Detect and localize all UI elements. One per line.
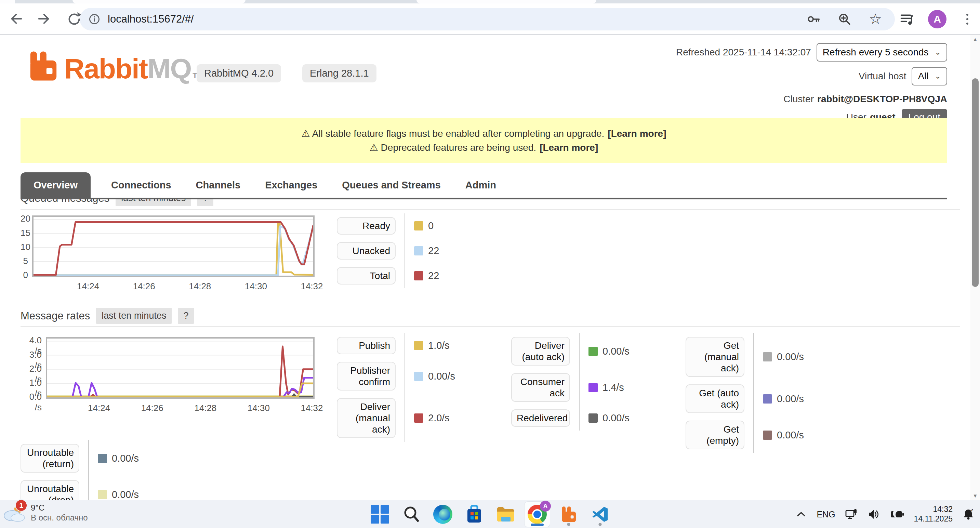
- series-toggle-unroutable-drop[interactable]: Unroutable (drop): [21, 480, 80, 500]
- tray-chevron-up-icon[interactable]: [795, 510, 807, 519]
- browser-tab-edge: [0, 0, 15, 3]
- x-axis-tick-label: 14:30: [238, 403, 279, 413]
- unroutable-return-value: 0.00/s: [112, 453, 139, 464]
- legend-divider: [404, 213, 405, 239]
- consumer-ack-swatch: [589, 383, 598, 392]
- chrome-browser-button[interactable]: A: [525, 502, 550, 527]
- store-icon: [465, 505, 484, 523]
- svg-text:z: z: [971, 508, 973, 512]
- weather-description: В осн. облачно: [31, 513, 88, 523]
- keyboard-language[interactable]: ENG: [816, 509, 835, 520]
- vscode-icon: [591, 506, 609, 523]
- legend-divider: [753, 417, 754, 453]
- url-text[interactable]: localhost:15672/#/: [108, 13, 806, 25]
- vscode-button[interactable]: [587, 502, 613, 527]
- legend-row: Ready 0: [337, 213, 439, 239]
- browser-menu-kebab-icon[interactable]: [959, 11, 975, 27]
- divider: [21, 209, 960, 210]
- browser-profile-avatar[interactable]: A: [928, 10, 947, 29]
- series-toggle-unroutable-return[interactable]: Unroutable (return): [21, 444, 80, 472]
- x-axis-tick-label: 14:26: [123, 281, 164, 292]
- series-toggle-publisher-confirm[interactable]: Publisher confirm: [337, 362, 396, 391]
- start-button[interactable]: [367, 502, 393, 527]
- series-toggle-publish[interactable]: Publish: [337, 337, 396, 354]
- series-toggle-get-auto-ack[interactable]: Get (auto ack): [686, 384, 745, 413]
- time-range-badge[interactable]: last ten minutes: [96, 308, 172, 324]
- edge-browser-button[interactable]: [430, 502, 455, 527]
- scrollbar-down-arrow[interactable]: ▼: [970, 493, 980, 499]
- get-auto-ack-value: 0.00/s: [777, 393, 804, 404]
- series-toggle-get-empty[interactable]: Get (empty): [686, 421, 745, 449]
- network-icon[interactable]: [845, 508, 858, 520]
- windows-logo-icon: [371, 505, 389, 523]
- taskbar-clock[interactable]: 14:32 14.11.2025: [914, 505, 953, 523]
- legend-divider: [404, 358, 405, 394]
- running-app-indicator: [567, 523, 570, 526]
- x-axis-tick-label: 14:24: [79, 403, 120, 413]
- tab-queues-and-streams[interactable]: Queues and Streams: [340, 172, 443, 198]
- queued-messages-chart: 2015105014:2414:2614:2814:3014:32: [21, 215, 335, 297]
- series-toggle-redelivered[interactable]: Redelivered: [511, 409, 570, 427]
- media-playlist-icon[interactable]: [899, 11, 915, 27]
- tab-overview[interactable]: Overview: [21, 172, 91, 198]
- cluster-label: Cluster: [783, 94, 814, 105]
- search-button[interactable]: [399, 502, 424, 527]
- help-badge[interactable]: ?: [178, 308, 194, 324]
- browser-tab-bottom: [73, 0, 245, 3]
- queued-messages-heading-clipped: Queued messages last ten minutes ?: [21, 199, 213, 208]
- address-bar[interactable]: localhost:15672/#/ ☆: [80, 8, 895, 30]
- refreshed-timestamp: Refreshed 2025-11-14 14:32:07: [676, 47, 811, 58]
- back-icon[interactable]: [8, 11, 23, 27]
- tab-channels[interactable]: Channels: [194, 172, 243, 198]
- learn-more-link[interactable]: [Learn more]: [608, 128, 666, 139]
- page-scrollbar[interactable]: ▲ ▼: [970, 35, 980, 500]
- series-toggle-ready[interactable]: Ready: [337, 217, 396, 235]
- x-axis-tick-label: 14:26: [132, 403, 173, 413]
- forward-icon[interactable]: [37, 11, 52, 27]
- total-swatch: [414, 271, 423, 280]
- folder-icon: [496, 506, 515, 523]
- series-toggle-deliver-manual-ack[interactable]: Deliver (manual ack): [337, 398, 396, 438]
- get-manual-ack-value: 0.00/s: [777, 351, 804, 363]
- series-toggle-unacked[interactable]: Unacked: [337, 242, 396, 259]
- tab-admin[interactable]: Admin: [463, 172, 498, 198]
- legend-divider: [404, 394, 405, 442]
- series-toggle-deliver-auto-ack[interactable]: Deliver (auto ack): [511, 337, 570, 366]
- volume-icon[interactable]: [867, 508, 880, 520]
- site-info-icon[interactable]: [86, 11, 102, 27]
- unacked-swatch: [414, 246, 423, 256]
- learn-more-link[interactable]: [Learn more]: [539, 142, 598, 153]
- bookmark-star-icon[interactable]: ☆: [867, 11, 883, 27]
- browser-tabstrip: [0, 0, 980, 3]
- series-toggle-consumer-ack[interactable]: Consumer ack: [511, 373, 570, 402]
- legend-divider: [88, 440, 89, 476]
- rabbitmq-logo-text: RabbitMQ: [64, 56, 191, 82]
- weather-widget[interactable]: 1 9°C В осн. облачно: [3, 502, 88, 523]
- password-key-icon[interactable]: [806, 11, 822, 27]
- refresh-interval-select[interactable]: Refresh every 5 seconds⌄: [816, 43, 947, 62]
- legend-row: Total 22: [337, 263, 439, 288]
- file-explorer-button[interactable]: [493, 502, 519, 527]
- zoom-icon[interactable]: [837, 11, 853, 27]
- tab-exchanges[interactable]: Exchanges: [263, 172, 319, 198]
- series-toggle-get-manual-ack[interactable]: Get (manual ack): [686, 337, 745, 377]
- microsoft-store-button[interactable]: [461, 502, 487, 527]
- series-toggle-total[interactable]: Total: [337, 267, 396, 285]
- cluster-name: rabbit@DESKTOP-PH8VQJA: [817, 94, 947, 105]
- time-range-badge[interactable]: last ten minutes: [116, 199, 191, 206]
- battery-saver-icon[interactable]: [890, 509, 904, 520]
- notification-bell-dnd-icon[interactable]: z: [962, 508, 975, 521]
- x-axis-tick-label: 14:32: [291, 403, 332, 413]
- virtual-host-label: Virtual host: [859, 71, 907, 82]
- scrollbar-up-arrow[interactable]: ▲: [970, 36, 980, 42]
- help-badge[interactable]: ?: [197, 199, 213, 206]
- tab-connections[interactable]: Connections: [109, 172, 173, 198]
- publish-value: 1.0/s: [428, 340, 450, 351]
- feature-flags-warning-banner: ⚠ All stable feature flags must be enabl…: [21, 118, 947, 163]
- chevron-down-icon: ⌄: [935, 48, 941, 57]
- y-axis-tick-label: 0: [21, 270, 28, 280]
- virtual-host-select[interactable]: All⌄: [912, 67, 947, 86]
- rabbitmq-logo-mark: [27, 50, 59, 82]
- rabbitmq-app-button[interactable]: [556, 502, 581, 527]
- scrollbar-thumb[interactable]: [972, 78, 978, 287]
